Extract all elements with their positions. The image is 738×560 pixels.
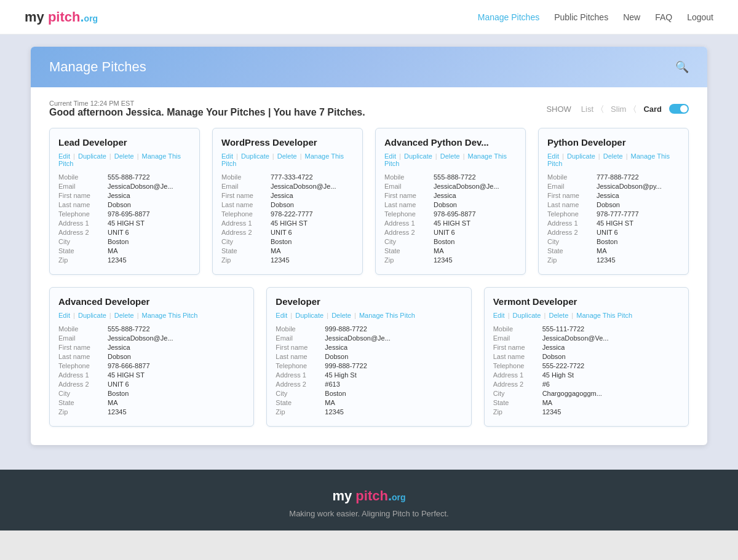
action-separator: | — [108, 312, 113, 319]
field-value: JessicaDobson@Je... — [108, 334, 173, 342]
pitch-action-edit[interactable]: Edit — [58, 312, 70, 319]
pitch-field-row: StateMA — [547, 247, 680, 254]
search-icon[interactable]: 🔍 — [675, 60, 689, 74]
pitch-action-duplicate[interactable]: Duplicate — [567, 152, 595, 160]
nav-public-pitches[interactable]: Public Pitches — [554, 12, 608, 22]
action-separator: | — [135, 312, 141, 319]
pitch-field-row: Last nameDobson — [493, 353, 680, 360]
site-logo: my pitch.org — [25, 9, 98, 25]
field-label: Email — [384, 183, 434, 190]
card-view-button[interactable]: Card — [641, 103, 664, 115]
pitch-field-row: Address 145 HIGH ST — [58, 371, 245, 379]
pitch-field-row: Last nameDobson — [384, 201, 517, 208]
pitch-action-delete[interactable]: Delete — [331, 312, 351, 319]
nav-faq[interactable]: FAQ — [655, 12, 672, 22]
pitch-field-row: Address 2UNIT 6 — [547, 229, 680, 236]
field-label: Zip — [58, 256, 108, 264]
action-separator: | — [560, 152, 566, 160]
field-value: UNIT 6 — [108, 229, 129, 236]
pitch-action-delete[interactable]: Delete — [277, 152, 297, 160]
field-value: MA — [271, 247, 281, 254]
card-view-toggle[interactable] — [669, 104, 689, 114]
field-value: MA — [542, 399, 553, 406]
pitch-action-delete[interactable]: Delete — [603, 152, 623, 160]
field-label: Mobile — [276, 325, 325, 333]
field-label: Address 2 — [547, 229, 597, 236]
nav-new[interactable]: New — [623, 12, 640, 22]
pitch-action-edit[interactable]: Edit — [58, 152, 70, 160]
logo-pitch: pitch — [48, 9, 81, 25]
action-separator: | — [325, 312, 330, 319]
pitch-action-edit[interactable]: Edit — [547, 152, 559, 160]
nav-logout[interactable]: Logout — [687, 12, 713, 22]
pitch-card: DeveloperEdit | Duplicate | Delete | Man… — [266, 287, 471, 427]
field-value: MA — [597, 247, 607, 254]
pitch-card-title: Developer — [276, 296, 462, 307]
pitch-card: Advanced Python Dev...Edit | Duplicate |… — [375, 128, 526, 275]
action-separator: | — [298, 152, 304, 160]
logo-org: org — [84, 14, 98, 23]
field-value: 555-888-7722 — [108, 173, 150, 181]
pitch-action-duplicate[interactable]: Duplicate — [78, 312, 106, 319]
pitch-field-row: Address 2#6 — [493, 381, 680, 388]
pitch-field-row: Zip12345 — [384, 256, 517, 264]
action-separator: | — [597, 152, 602, 160]
pitch-field-row: Mobile555-111-7722 — [493, 325, 680, 333]
field-value: 45 HIGH ST — [271, 219, 308, 227]
action-separator: | — [542, 312, 547, 319]
pitch-action-edit[interactable]: Edit — [493, 312, 505, 319]
action-separator: | — [108, 152, 113, 160]
pitch-field-row: Mobile555-888-7722 — [58, 173, 191, 181]
field-label: City — [58, 390, 108, 397]
pitch-field-row: Last nameDobson — [276, 353, 462, 360]
field-value: 45 High St — [542, 371, 574, 379]
pitch-action-edit[interactable]: Edit — [221, 152, 233, 160]
field-value: 12345 — [597, 256, 616, 264]
pitch-action-edit[interactable]: Edit — [276, 312, 287, 319]
footer: my pitch.org Making work easier. Alignin… — [0, 470, 738, 530]
pitch-card-actions: Edit | Duplicate | Delete | Manage This … — [276, 312, 462, 319]
action-separator: | — [352, 312, 358, 319]
field-label: Address 2 — [493, 381, 542, 388]
pitch-field-row: Zip12345 — [221, 256, 354, 264]
pitch-card: Advanced DeveloperEdit | Duplicate | Del… — [49, 287, 254, 427]
pitch-action-manage-this-pitch[interactable]: Manage This Pitch — [359, 312, 415, 319]
field-label: Email — [276, 334, 325, 342]
field-value: 45 HIGH ST — [434, 219, 470, 227]
pitch-action-delete[interactable]: Delete — [114, 312, 134, 319]
pitch-action-delete[interactable]: Delete — [114, 152, 134, 160]
pitch-field-row: Address 2UNIT 6 — [384, 229, 517, 236]
pitch-field-row: CityBoston — [221, 238, 354, 245]
pitch-card-actions: Edit | Duplicate | Delete | Manage This … — [493, 312, 680, 319]
list-view-button[interactable]: List — [579, 103, 596, 115]
field-label: Mobile — [58, 325, 108, 333]
field-label: Email — [221, 183, 271, 190]
pitch-field-row: First nameJessica — [58, 192, 191, 199]
field-label: Zip — [493, 408, 542, 416]
pitch-action-manage-this-pitch[interactable]: Manage This Pitch — [576, 312, 632, 319]
pitch-action-delete[interactable]: Delete — [549, 312, 568, 319]
pitch-action-delete[interactable]: Delete — [440, 152, 460, 160]
field-label: Last name — [58, 201, 108, 208]
pitch-card-title: Python Developer — [547, 137, 680, 148]
pitch-action-edit[interactable]: Edit — [384, 152, 396, 160]
pitch-field-row: Telephone555-222-7722 — [493, 362, 680, 369]
pitch-action-duplicate[interactable]: Duplicate — [404, 152, 432, 160]
field-label: Last name — [547, 201, 597, 208]
field-value: 12345 — [325, 408, 344, 416]
field-value: #613 — [325, 381, 339, 388]
footer-tagline: Making work easier. Aligning Pitch to Pe… — [12, 509, 726, 518]
pitch-action-duplicate[interactable]: Duplicate — [241, 152, 269, 160]
field-value: 978-777-7777 — [597, 210, 639, 218]
nav-manage-pitches[interactable]: Manage Pitches — [478, 12, 539, 22]
field-label: State — [58, 247, 108, 254]
field-label: Mobile — [547, 173, 597, 181]
pitch-action-manage-this-pitch[interactable]: Manage This Pitch — [142, 312, 198, 319]
slim-view-button[interactable]: Slim — [608, 103, 629, 115]
pitch-field-row: Last nameDobson — [58, 201, 191, 208]
nav-links: Manage Pitches Public Pitches New FAQ Lo… — [478, 12, 713, 22]
pitch-action-duplicate[interactable]: Duplicate — [78, 152, 106, 160]
pitch-action-duplicate[interactable]: Duplicate — [295, 312, 323, 319]
pitch-action-duplicate[interactable]: Duplicate — [513, 312, 541, 319]
pitch-field-row: CityBoston — [58, 390, 245, 397]
